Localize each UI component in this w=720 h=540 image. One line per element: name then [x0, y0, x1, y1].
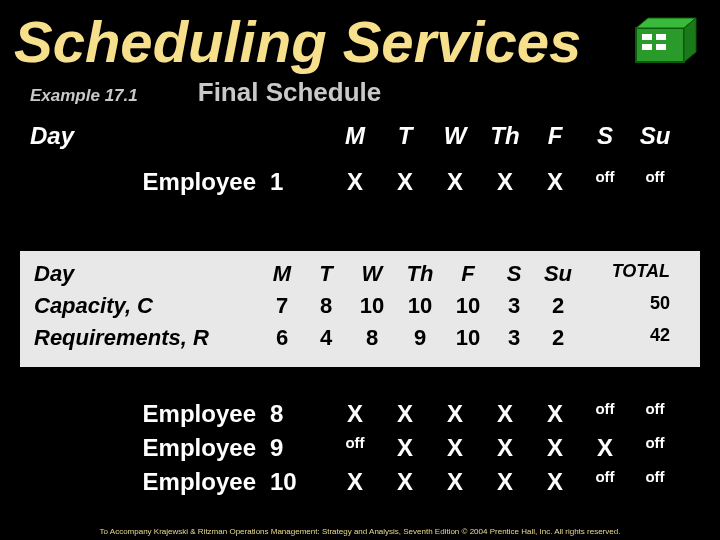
cell-t: X: [380, 434, 430, 462]
day-label: Day: [30, 122, 330, 150]
cap-total: 50: [580, 293, 670, 319]
cell-s: off: [580, 400, 630, 428]
cell-t: X: [380, 400, 430, 428]
overlay-day-label: Day: [34, 261, 260, 287]
svg-rect-3: [642, 34, 652, 40]
employee-number: 10: [270, 468, 330, 496]
ov-col-t: T: [304, 261, 348, 287]
cell-su: off: [630, 468, 680, 496]
req-f: 10: [444, 325, 492, 351]
cell-s: X: [580, 434, 630, 462]
req-t: 4: [304, 325, 348, 351]
cell-th: X: [480, 434, 530, 462]
page-title: Scheduling Services: [0, 0, 720, 75]
section-title: Final Schedule: [198, 77, 382, 108]
cap-t: 8: [304, 293, 348, 319]
cell-su: off: [630, 400, 680, 428]
cell-t: X: [380, 168, 430, 196]
subtitle-row: Example 17.1 Final Schedule: [0, 77, 720, 108]
employee-1-row: Employee 1 X X X X X off off: [0, 150, 720, 196]
employee-number: 9: [270, 434, 330, 462]
cell-su: off: [630, 168, 680, 196]
cell-th: X: [480, 400, 530, 428]
req-s: 3: [492, 325, 536, 351]
cell-th: X: [480, 168, 530, 196]
cell-w: X: [430, 400, 480, 428]
req-th: 9: [396, 325, 444, 351]
employee-label: Employee: [30, 168, 270, 196]
col-th: Th: [480, 122, 530, 150]
cap-s: 3: [492, 293, 536, 319]
cell-f: X: [530, 400, 580, 428]
total-label: TOTAL: [580, 261, 670, 287]
col-s: S: [580, 122, 630, 150]
cap-w: 10: [348, 293, 396, 319]
cell-t: X: [380, 468, 430, 496]
cap-su: 2: [536, 293, 580, 319]
employee-number: 1: [270, 168, 330, 196]
ov-col-su: Su: [536, 261, 580, 287]
cell-su: off: [630, 434, 680, 462]
cell-m: X: [330, 400, 380, 428]
day-header-row: Day M T W Th F S Su: [0, 108, 720, 150]
cell-th: X: [480, 468, 530, 496]
req-w: 8: [348, 325, 396, 351]
employee-8-row: Employee 8 X X X X X off off: [30, 400, 690, 428]
cap-f: 10: [444, 293, 492, 319]
cell-w: X: [430, 168, 480, 196]
cell-m: X: [330, 168, 380, 196]
bottom-employee-rows: Employee 8 X X X X X off off Employee 9 …: [30, 400, 690, 502]
svg-rect-5: [642, 44, 652, 50]
cell-s: off: [580, 468, 630, 496]
employee-label: Employee: [30, 468, 270, 496]
req-su: 2: [536, 325, 580, 351]
employee-9-row: Employee 9 off X X X X X off: [30, 434, 690, 462]
cell-m: X: [330, 468, 380, 496]
calculator-box-icon: [634, 14, 698, 66]
cell-f: X: [530, 434, 580, 462]
ov-col-th: Th: [396, 261, 444, 287]
svg-rect-4: [656, 34, 666, 40]
col-f: F: [530, 122, 580, 150]
cell-w: X: [430, 434, 480, 462]
cap-th: 10: [396, 293, 444, 319]
employee-label: Employee: [30, 400, 270, 428]
cap-m: 7: [260, 293, 304, 319]
ov-col-f: F: [444, 261, 492, 287]
employee-label: Employee: [30, 434, 270, 462]
cell-f: X: [530, 168, 580, 196]
requirements-label: Requirements, R: [34, 325, 260, 351]
cell-f: X: [530, 468, 580, 496]
col-t: T: [380, 122, 430, 150]
cell-m: off: [330, 434, 380, 462]
employee-number: 8: [270, 400, 330, 428]
employee-10-row: Employee 10 X X X X X off off: [30, 468, 690, 496]
capacity-overlay: Day M T W Th F S Su TOTAL Capacity, C 7 …: [20, 251, 700, 367]
col-m: M: [330, 122, 380, 150]
ov-col-w: W: [348, 261, 396, 287]
example-label: Example 17.1: [30, 86, 138, 106]
ov-col-m: M: [260, 261, 304, 287]
col-w: W: [430, 122, 480, 150]
footer-copyright: To Accompany Krajewski & Ritzman Operati…: [0, 527, 720, 536]
col-su: Su: [630, 122, 680, 150]
capacity-label: Capacity, C: [34, 293, 260, 319]
cell-s: off: [580, 168, 630, 196]
ov-col-s: S: [492, 261, 536, 287]
req-m: 6: [260, 325, 304, 351]
req-total: 42: [580, 325, 670, 351]
svg-rect-6: [656, 44, 666, 50]
cell-w: X: [430, 468, 480, 496]
